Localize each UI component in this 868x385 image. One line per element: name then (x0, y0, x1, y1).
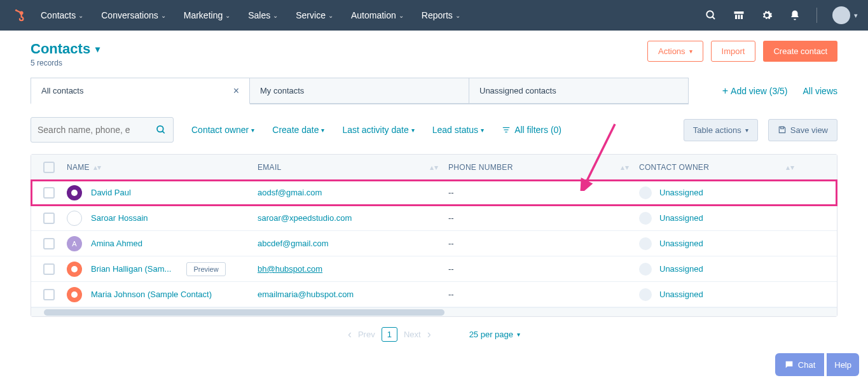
contact-email-link[interactable]: abcdef@gmail.com (258, 239, 328, 248)
table-row[interactable]: Maria Johnson (Sample Contact)emailmaria… (31, 282, 837, 307)
column-name[interactable]: NAME▴▾ (67, 163, 258, 172)
svg-point-1 (15, 10, 17, 11)
contact-email-link[interactable]: emailmaria@hubspot.com (258, 290, 354, 299)
account-menu[interactable]: ▾ (832, 6, 858, 24)
prev-button[interactable]: Prev (358, 330, 375, 339)
chat-button[interactable]: Chat (775, 353, 824, 376)
last-activity-filter[interactable]: Last activity date▾ (342, 125, 414, 135)
select-all-checkbox[interactable] (43, 162, 55, 173)
sort-icon: ▴▾ (430, 165, 438, 169)
contact-email-link[interactable]: aodsf@gmai.com (258, 188, 322, 197)
page-title-dropdown[interactable]: Contacts ▾ (31, 41, 100, 57)
table-row[interactable]: David Paulaodsf@gmai.com--Unassigned (31, 180, 837, 206)
table-actions-button[interactable]: Table actions ▾ (684, 119, 758, 141)
help-button[interactable]: Help (827, 353, 859, 376)
next-button[interactable]: Next (404, 330, 421, 339)
row-checkbox[interactable] (43, 238, 55, 249)
import-button[interactable]: Import (711, 41, 756, 62)
chevron-down-icon: ▾ (517, 331, 520, 338)
save-view-button[interactable]: Save view (768, 119, 837, 141)
search-icon[interactable] (705, 9, 717, 22)
owner-avatar-icon (639, 288, 652, 301)
row-checkbox[interactable] (43, 187, 55, 199)
row-checkbox[interactable] (43, 213, 55, 224)
owner-avatar-icon (639, 263, 652, 276)
contact-owner-link[interactable]: Unassigned (659, 290, 703, 299)
column-email[interactable]: EMAIL▴▾ (258, 163, 448, 172)
nav-item-reports[interactable]: Reports⌄ (422, 10, 460, 20)
tab-unassigned-contacts[interactable]: Unassigned contacts (469, 78, 689, 104)
svg-line-9 (163, 131, 165, 133)
svg-rect-4 (734, 11, 744, 14)
column-owner[interactable]: CONTACT OWNER▴▾ (639, 163, 804, 172)
tab-all-contacts[interactable]: All contacts× (31, 78, 250, 104)
all-views-link[interactable]: All views (803, 86, 837, 96)
tab-label: Unassigned contacts (479, 86, 556, 95)
prev-arrow-icon[interactable]: ‹ (348, 328, 352, 341)
table-row[interactable]: Brian Halligan (Sam...Previewbh@hubspot.… (31, 256, 837, 282)
horizontal-scrollbar[interactable] (31, 307, 837, 316)
nav-item-contacts[interactable]: Contacts⌄ (41, 10, 83, 20)
contact-name-link[interactable]: Amina Ahmed (91, 239, 142, 248)
search-input[interactable] (38, 125, 156, 135)
next-arrow-icon[interactable]: › (427, 328, 431, 341)
divider (816, 8, 817, 23)
preview-button[interactable]: Preview (186, 262, 225, 276)
scrollbar-thumb[interactable] (44, 309, 444, 316)
contact-owner-link[interactable]: Unassigned (659, 239, 703, 248)
close-icon[interactable]: × (233, 85, 239, 97)
contact-name-link[interactable]: Saroar Hossain (91, 213, 148, 223)
chevron-down-icon: ⌄ (78, 12, 83, 19)
nav-item-sales[interactable]: Sales⌄ (248, 10, 278, 20)
contact-avatar-icon (67, 211, 82, 226)
hubspot-logo-icon[interactable] (10, 6, 28, 24)
create-contact-button[interactable]: Create contact (763, 41, 837, 62)
chevron-down-icon: ⌄ (161, 12, 166, 19)
chevron-down-icon: ⌄ (455, 12, 460, 19)
contact-phone: -- (448, 188, 454, 197)
chevron-down-icon: ▾ (481, 127, 484, 134)
settings-gear-icon[interactable] (761, 9, 773, 22)
svg-rect-7 (741, 15, 743, 19)
tab-my-contacts[interactable]: My contacts (250, 78, 469, 104)
chat-icon (784, 360, 794, 370)
contact-owner-link[interactable]: Unassigned (659, 213, 703, 223)
nav-item-automation[interactable]: Automation⌄ (351, 10, 404, 20)
contact-avatar-icon: A (67, 236, 82, 251)
page-number[interactable]: 1 (382, 327, 397, 342)
table-row[interactable]: Saroar Hossainsaroar@xpeedstudio.com--Un… (31, 206, 837, 231)
chevron-down-icon: ⌄ (273, 12, 278, 19)
create-date-filter[interactable]: Create date▾ (272, 125, 324, 135)
marketplace-icon[interactable] (733, 9, 745, 22)
row-checkbox[interactable] (43, 289, 55, 300)
chevron-down-icon: ▾ (689, 48, 692, 55)
contact-owner-link[interactable]: Unassigned (659, 264, 703, 274)
svg-point-16 (71, 266, 78, 272)
contact-name-link[interactable]: Brian Halligan (Sam... (91, 264, 171, 274)
actions-button[interactable]: Actions ▾ (647, 41, 703, 62)
nav-item-marketing[interactable]: Marketing⌄ (184, 10, 230, 20)
table-row[interactable]: AAmina Ahmedabcdef@gmail.com--Unassigned (31, 231, 837, 256)
owner-avatar-icon (639, 212, 652, 225)
contact-name-link[interactable]: David Paul (91, 188, 131, 197)
all-filters-button[interactable]: All filters (0) (502, 125, 561, 135)
contact-owner-filter[interactable]: Contact owner▾ (191, 125, 254, 135)
contact-owner-link[interactable]: Unassigned (659, 188, 703, 197)
contact-email-link[interactable]: bh@hubspot.com (258, 264, 322, 274)
lead-status-filter[interactable]: Lead status▾ (432, 125, 484, 135)
notifications-bell-icon[interactable] (789, 9, 801, 22)
column-phone[interactable]: PHONE NUMBER▴▾ (448, 163, 639, 172)
per-page-dropdown[interactable]: 25 per page ▾ (469, 330, 520, 339)
actions-label: Actions (658, 46, 685, 56)
svg-point-8 (158, 126, 164, 132)
add-view-button[interactable]: + Add view (3/5) (722, 85, 788, 97)
nav-item-service[interactable]: Service⌄ (296, 10, 333, 20)
svg-point-14 (71, 190, 78, 196)
plus-icon: + (722, 85, 728, 97)
nav-item-conversations[interactable]: Conversations⌄ (101, 10, 166, 20)
pagination: ‹ Prev 1 Next › (348, 327, 431, 342)
row-checkbox[interactable] (43, 263, 55, 275)
contact-email-link[interactable]: saroar@xpeedstudio.com (258, 213, 352, 223)
contact-name-link[interactable]: Maria Johnson (Sample Contact) (91, 290, 212, 299)
contact-avatar-icon (67, 262, 82, 277)
